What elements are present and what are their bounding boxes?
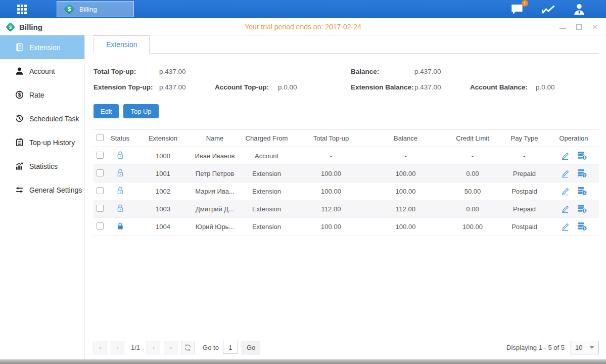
charged-from-cell: Extension: [238, 183, 296, 200]
extension-cell: 1001: [134, 165, 192, 183]
minimize-button[interactable]: [558, 23, 567, 31]
goto-label: Go to: [203, 344, 219, 351]
extension-icon: [15, 43, 24, 52]
close-button[interactable]: ×: [591, 23, 599, 31]
account-balance-value: p.0.00: [536, 83, 599, 91]
prev-page-button[interactable]: ‹: [111, 341, 124, 354]
table-row: 1004Юрий Юрь...Extension100.00100.00100.…: [94, 218, 599, 236]
total-topup-cell: 112.00: [296, 200, 366, 218]
topup-icon[interactable]: $: [577, 204, 587, 213]
balance-value: p.437.00: [414, 68, 470, 75]
goto-page-input[interactable]: [223, 341, 238, 354]
edit-button[interactable]: Edit: [94, 104, 119, 118]
edit-icon[interactable]: [561, 169, 570, 178]
account-icon: [15, 67, 24, 75]
name-cell: Петр Петров: [192, 165, 238, 183]
select-all-cell: [94, 130, 106, 147]
row-checkbox[interactable]: [97, 205, 104, 212]
rate-icon: $: [15, 90, 24, 99]
column-header[interactable]: Pay Type: [500, 130, 548, 147]
sidebar-item-general-settings[interactable]: General Settings: [0, 178, 84, 202]
column-header[interactable]: Charged From: [238, 130, 296, 147]
lock-closed-icon: [116, 221, 124, 231]
sidebar-item-rate[interactable]: $Rate: [0, 83, 84, 107]
table-row: 1000Иван ИвановAccount----$: [94, 147, 599, 165]
column-header[interactable]: Balance: [366, 130, 445, 147]
column-header[interactable]: Credit Limit: [445, 130, 500, 147]
messages-icon[interactable]: !: [510, 3, 524, 15]
last-page-button[interactable]: »: [164, 341, 177, 354]
credit-limit-cell: 100.00: [445, 218, 500, 236]
svg-text:$: $: [68, 6, 71, 12]
pay-type-cell: Postpaid: [500, 183, 548, 200]
name-cell: Юрий Юрь...: [192, 218, 238, 236]
svg-text:$: $: [583, 156, 585, 160]
row-checkbox[interactable]: [97, 169, 104, 176]
reports-chart-icon[interactable]: [541, 3, 555, 15]
top-up-button[interactable]: Top Up: [123, 104, 158, 118]
go-button[interactable]: Go: [242, 341, 260, 354]
topbar-tab-billing[interactable]: $ Billing: [57, 1, 134, 17]
extension-topup-value: p.437.00: [159, 83, 215, 91]
account-balance-label: Account Balance:: [470, 83, 536, 91]
extension-topup-label: Extension Top-up:: [94, 83, 159, 91]
tab-extension[interactable]: Extension: [94, 35, 150, 54]
sidebar-item-top-up-history[interactable]: Top-up History: [0, 130, 84, 154]
column-header[interactable]: Status: [106, 130, 134, 147]
sidebar-item-label: Top-up History: [29, 139, 75, 147]
balance-summary: Total Top-up: p.437.00 Balance: p.437.00…: [94, 64, 599, 95]
column-header[interactable]: Operation: [548, 130, 599, 147]
table-row: 1002Мария Ива...Extension100.00100.0050.…: [94, 183, 599, 200]
billing-diamond-icon: $: [5, 22, 16, 32]
sidebar-item-scheduled-task[interactable]: Scheduled Task: [0, 107, 84, 130]
topup-icon[interactable]: $: [577, 222, 587, 231]
pay-type-cell: Postpaid: [500, 218, 548, 236]
first-page-button[interactable]: «: [94, 341, 107, 354]
extension-cell: 1003: [134, 200, 192, 218]
balance-cell: 100.00: [366, 218, 445, 236]
name-cell: Иван Иванов: [192, 147, 238, 165]
refresh-button[interactable]: [181, 341, 195, 354]
sidebar: ExtensionAccount$RateScheduled TaskTop-u…: [0, 35, 85, 359]
column-header[interactable]: Name: [192, 130, 238, 147]
extension-cell: 1004: [134, 218, 192, 236]
pay-type-cell: Prepaid: [500, 165, 548, 183]
topup-icon[interactable]: $: [577, 187, 587, 196]
tab-strip: Extension: [94, 35, 599, 54]
app-launcher-icon[interactable]: [17, 5, 36, 14]
sidebar-item-extension[interactable]: Extension: [0, 35, 84, 59]
row-checkbox[interactable]: [97, 152, 104, 159]
edit-icon[interactable]: [561, 152, 570, 160]
sidebar-item-account[interactable]: Account: [0, 59, 84, 83]
topup-icon[interactable]: $: [577, 169, 587, 178]
row-checkbox[interactable]: [97, 187, 104, 194]
main-content: Extension Total Top-up: p.437.00 Balance…: [85, 35, 606, 359]
total-topup-label: Total Top-up:: [94, 68, 159, 75]
edit-icon[interactable]: [561, 187, 570, 196]
column-header[interactable]: Extension: [134, 130, 192, 147]
table-row: 1003Дмитрий Д...Extension112.00112.000.0…: [94, 200, 599, 218]
edit-icon[interactable]: [561, 205, 570, 213]
topup-icon[interactable]: $: [577, 151, 587, 160]
next-page-button[interactable]: ›: [147, 341, 160, 354]
maximize-button[interactable]: [575, 23, 583, 31]
total-topup-cell: 100.00: [296, 165, 366, 183]
sidebar-item-label: Scheduled Task: [29, 115, 79, 123]
page-size-select[interactable]: 10: [571, 341, 599, 354]
desktop-strip: [0, 359, 606, 364]
select-all-checkbox[interactable]: [97, 134, 104, 141]
balance-cell: 100.00: [366, 183, 445, 200]
sidebar-item-label: General Settings: [29, 186, 82, 194]
balance-cell: 100.00: [366, 165, 445, 183]
row-checkbox[interactable]: [97, 222, 104, 230]
edit-icon[interactable]: [561, 222, 570, 231]
page-indicator: 1/1: [128, 344, 143, 351]
column-header[interactable]: Total Top-up: [296, 130, 366, 147]
general-settings-icon: [15, 186, 24, 194]
user-account-icon[interactable]: [573, 3, 586, 16]
sidebar-item-statistics[interactable]: Statistics: [0, 154, 84, 178]
displaying-info: Displaying 1 - 5 of 5: [506, 344, 565, 351]
topup-history-icon: [15, 138, 24, 147]
page-size-value: 10: [575, 344, 582, 351]
svg-text:$: $: [583, 226, 585, 231]
